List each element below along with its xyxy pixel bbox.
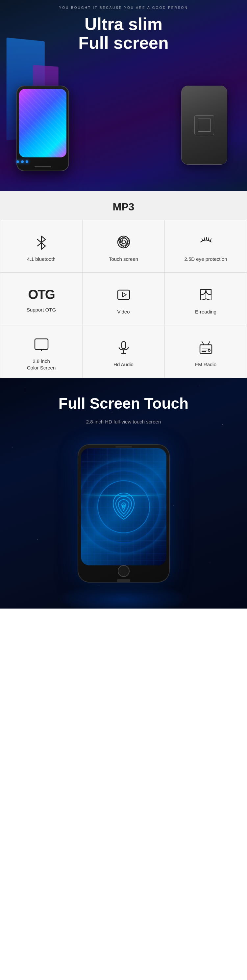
- touch-label: Touch screen: [109, 256, 138, 262]
- led-dot-1: [16, 161, 19, 163]
- svg-rect-13: [122, 342, 126, 349]
- device-logo-inner: [198, 119, 211, 132]
- svg-rect-8: [118, 290, 130, 299]
- touch-device-body: [78, 444, 170, 582]
- feature-bluetooth: 4.1 bluetooth: [0, 220, 82, 273]
- svg-line-4: [204, 238, 204, 240]
- eye-label: 2.5D eye protection: [184, 256, 227, 262]
- svg-line-17: [202, 342, 204, 345]
- svg-rect-16: [200, 345, 212, 353]
- led-dot-2: [21, 161, 24, 163]
- hero-title-line1: Ultra slim: [84, 14, 163, 33]
- svg-point-23: [122, 505, 125, 508]
- hero-title-line2: Full screen: [78, 33, 169, 52]
- screen-label: 2.8 inch Color Screen: [27, 358, 56, 371]
- device-connector: [117, 579, 130, 582]
- bluetooth-icon: [32, 233, 51, 251]
- svg-line-7: [211, 239, 211, 241]
- device-logo: [195, 115, 214, 135]
- fm-label: FM Radio: [195, 361, 217, 368]
- touch-device-container: [78, 444, 170, 582]
- bluetooth-label: 4.1 bluetooth: [27, 256, 55, 262]
- touch-section: Full Screen Touch 2.8-inch HD full-view …: [0, 378, 247, 609]
- led-dot-3: [26, 161, 28, 163]
- feature-eye: 2.5D eye protection: [165, 220, 247, 273]
- screen-icon: [32, 335, 51, 353]
- feature-fm: FM Radio: [165, 325, 247, 378]
- audio-label: Hd Audio: [114, 361, 133, 368]
- feature-audio: Hd Audio: [82, 325, 165, 378]
- screen-lines: [19, 89, 66, 158]
- fingerprint-icon: [114, 233, 133, 251]
- otg-icon: OTG: [28, 287, 55, 302]
- feature-ereading: E-reading: [165, 273, 247, 325]
- audio-icon: [114, 338, 133, 356]
- svg-line-3: [202, 239, 203, 241]
- led-dots: [16, 161, 28, 163]
- svg-line-18: [208, 342, 210, 345]
- device-screen: [19, 89, 66, 158]
- svg-rect-10: [35, 339, 48, 349]
- features-grid: 4.1 bluetooth: [0, 220, 247, 378]
- device-back: [181, 86, 227, 165]
- features-section: MP3 4.1 bluetooth: [0, 191, 247, 378]
- feature-screen: 2.8 inch Color Screen: [0, 325, 82, 378]
- device-home-button: [35, 166, 51, 167]
- device-home-btn: [118, 565, 130, 577]
- feature-video: Video: [82, 273, 165, 325]
- device-speaker: [116, 446, 132, 447]
- ereading-icon: [197, 285, 215, 304]
- ereading-label: E-reading: [195, 309, 217, 315]
- otg-label: Support OTG: [27, 307, 56, 313]
- device-front: [16, 86, 69, 171]
- svg-marker-9: [122, 293, 126, 297]
- svg-point-22: [208, 349, 210, 352]
- touch-device-screen: [81, 448, 166, 565]
- features-title: MP3: [0, 201, 247, 213]
- feature-touch: Touch screen: [82, 220, 165, 273]
- ambient-glow: [58, 582, 190, 609]
- fingerprint-center: [107, 490, 140, 524]
- touch-section-subtitle: 2.8-inch HD full-view touch screen: [86, 419, 161, 425]
- feature-otg: OTG Support OTG: [0, 273, 82, 325]
- hero-section: YOU BOUGHT IT BECAUSE YOU ARE A GOOD PER…: [0, 0, 247, 191]
- video-icon: [114, 285, 133, 304]
- fm-icon: [197, 338, 215, 356]
- hero-title: Ultra slim Full screen: [10, 15, 237, 52]
- eye-protection-icon: [197, 233, 215, 251]
- svg-line-6: [209, 238, 209, 240]
- video-label: Video: [117, 309, 130, 315]
- touch-section-title: Full Screen Touch: [59, 395, 188, 412]
